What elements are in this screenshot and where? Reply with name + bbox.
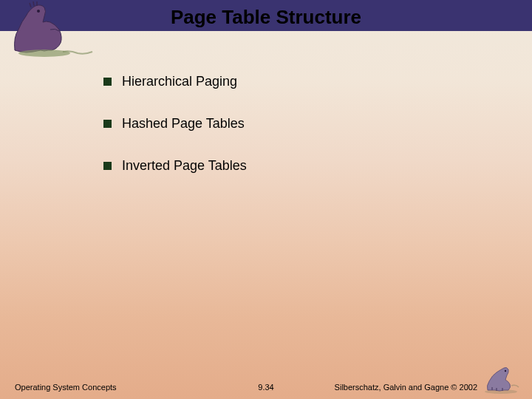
bullet-icon — [103, 78, 112, 86]
dinosaur-bottom-icon — [482, 364, 520, 395]
bullet-text: Hashed Page Tables — [122, 116, 245, 132]
footer-left: Operating System Concepts — [15, 383, 117, 392]
footer-right: Silberschatz, Galvin and Gagne © 2002 — [335, 383, 477, 392]
content-area: Hierarchical Paging Hashed Page Tables I… — [103, 74, 247, 200]
footer: Operating System Concepts Silberschatz, … — [0, 364, 532, 392]
slide-title: Page Table Structure — [0, 6, 532, 29]
bullet-icon — [103, 162, 112, 170]
list-item: Inverted Page Tables — [103, 158, 247, 174]
list-item: Hashed Page Tables — [103, 116, 247, 132]
svg-point-1 — [18, 50, 70, 57]
bullet-text: Hierarchical Paging — [122, 74, 237, 89]
svg-point-3 — [505, 370, 506, 372]
bullet-icon — [103, 120, 112, 128]
footer-right-wrap: Silberschatz, Galvin and Gagne © 2002 — [335, 364, 520, 392]
bullet-text: Inverted Page Tables — [122, 158, 247, 174]
list-item: Hierarchical Paging — [103, 74, 247, 89]
